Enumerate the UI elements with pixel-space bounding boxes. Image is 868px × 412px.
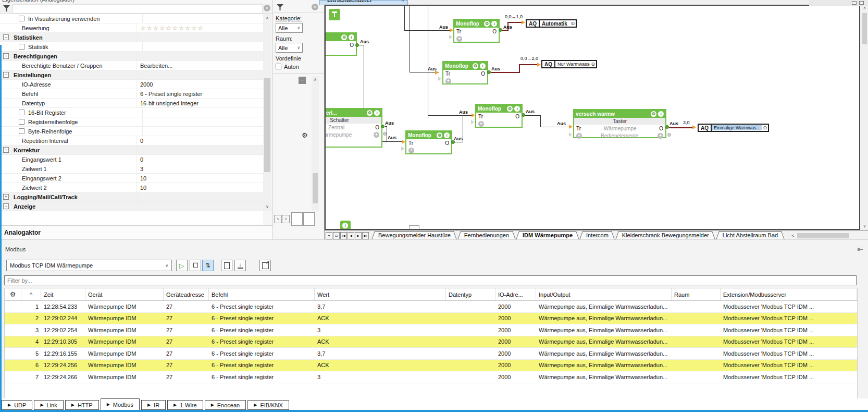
- property-row[interactable]: − Statistiken: [0, 33, 263, 42]
- input-connector[interactable]: [402, 140, 405, 144]
- info-icon[interactable]: i: [491, 21, 497, 27]
- plus-icon[interactable]: +: [658, 133, 663, 139]
- property-value[interactable]: 0: [137, 136, 263, 145]
- gear-icon[interactable]: ⚙: [302, 131, 308, 139]
- aq-output-nur-warmwasser[interactable]: AQ Nur Warmwasser ⊙: [541, 60, 597, 68]
- clear-filter-icon[interactable]: ×: [264, 5, 270, 11]
- dock-pin-icon[interactable]: [858, 247, 864, 252]
- column-header-extension[interactable]: Extension/Modbusserver: [721, 288, 857, 300]
- gear-icon[interactable]: ⚙: [473, 63, 478, 69]
- aq-circle-icon[interactable]: ⊙: [569, 21, 576, 26]
- property-row[interactable]: − Korrektur: [0, 146, 263, 155]
- property-value[interactable]: 10: [137, 183, 263, 192]
- copy-button[interactable]: [221, 260, 232, 271]
- scroll-down-icon[interactable]: ∨: [861, 223, 868, 230]
- plus-icon[interactable]: +: [576, 133, 582, 139]
- property-value[interactable]: ☆☆☆☆☆☆☆☆☆☆: [137, 23, 263, 32]
- gear-icon[interactable]: ⚙: [5, 288, 21, 300]
- output-dot[interactable]: [381, 125, 385, 128]
- property-row[interactable]: Zielwert 2 10: [0, 183, 263, 192]
- property-value[interactable]: 3: [137, 164, 263, 173]
- row-number-header[interactable]: ^: [21, 288, 41, 300]
- protocol-tab[interactable]: ▶ Link: [34, 400, 63, 410]
- page-tab[interactable]: Fernbedienungen: [457, 231, 516, 240]
- property-checkbox[interactable]: [19, 16, 24, 21]
- protocol-tab[interactable]: ▶ UDP: [2, 400, 32, 410]
- property-row[interactable]: − Anzeige: [0, 202, 263, 211]
- auto-checkbox[interactable]: [276, 64, 281, 69]
- info-icon[interactable]: i: [374, 110, 380, 116]
- column-header-input-output[interactable]: Input/Output: [536, 288, 672, 300]
- raum-select[interactable]: Alle ∨: [276, 43, 303, 53]
- table-row[interactable]: 7 12:29:24.266 Wärmepumpe IDM 27 6 - Pre…: [5, 371, 857, 383]
- info-icon[interactable]: i: [349, 34, 354, 40]
- aq-output-einmalige-warmwasserladung[interactable]: AQ Einmalige Warmwas... ⊙: [698, 124, 769, 132]
- scrollbar-thumb[interactable]: [797, 233, 849, 238]
- protocol-tab[interactable]: ▶ Modbus: [101, 398, 140, 410]
- property-checkbox[interactable]: [19, 119, 24, 125]
- table-row[interactable]: 1 12:28:54.233 Wärmepumpe IDM 27 6 - Pre…: [5, 301, 857, 313]
- tab-nav-button[interactable]: ▶: [355, 232, 362, 239]
- info-icon[interactable]: i: [444, 132, 450, 138]
- aq-output-automatik[interactable]: AQ Automatik ⊙: [526, 19, 577, 28]
- property-value[interactable]: [142, 117, 263, 126]
- grey-output-dot[interactable]: [667, 133, 671, 137]
- plus-icon[interactable]: +: [374, 132, 379, 138]
- save-log-button[interactable]: ↓: [234, 260, 246, 271]
- property-row[interactable]: Datentyp 16-bit unsigned integer: [0, 99, 263, 108]
- properties-scrollbar[interactable]: ∧ ∨: [263, 14, 271, 211]
- property-checkbox[interactable]: [19, 128, 24, 134]
- log-filter-input[interactable]: [4, 275, 857, 285]
- property-value[interactable]: 16-bit unsigned integer: [137, 99, 263, 107]
- gear-icon[interactable]: ⚙: [367, 110, 373, 116]
- plus-icon[interactable]: +: [478, 121, 484, 127]
- scroll-left-icon[interactable]: <: [274, 215, 282, 223]
- start-monitor-button[interactable]: ▷: [176, 260, 188, 271]
- output-dot[interactable]: [499, 28, 502, 32]
- protocol-tab[interactable]: ▶ 1-Wire: [167, 400, 203, 410]
- column-header-datentyp[interactable]: Datentyp: [446, 288, 495, 300]
- plus-icon[interactable]: +: [456, 36, 462, 42]
- protocol-tab[interactable]: ▶ Enocean: [205, 400, 246, 410]
- expander-icon[interactable]: −: [3, 53, 9, 59]
- versuch-warmw-block[interactable]: versuch warmw⚙i Taster TrWärmepumpeO +Be…: [573, 109, 666, 138]
- info-icon[interactable]: i: [514, 106, 520, 112]
- expander-icon[interactable]: −: [3, 147, 9, 153]
- property-value[interactable]: Bearbeiten...: [137, 61, 263, 70]
- input-connector[interactable]: [522, 20, 525, 25]
- plus-icon[interactable]: +: [408, 148, 414, 153]
- property-row[interactable]: Registerreihenfolge: [0, 117, 263, 127]
- properties-filter-input[interactable]: [13, 4, 263, 14]
- aq-circle-icon[interactable]: ⊙: [762, 125, 768, 130]
- clear-filter-icon[interactable]: ×: [312, 4, 318, 10]
- property-row[interactable]: − Einstellungen: [0, 70, 263, 80]
- scrollbar-thumb[interactable]: [862, 13, 867, 44]
- expander-icon[interactable]: −: [3, 203, 9, 209]
- scroll-up-icon[interactable]: ∧: [312, 76, 319, 83]
- monoflop-block[interactable]: Monoflop⚙i TrO +: [405, 130, 452, 154]
- property-value[interactable]: [142, 14, 263, 23]
- property-row[interactable]: Statistik: [0, 42, 263, 52]
- property-row[interactable]: − Berechtigungen: [0, 52, 263, 61]
- property-row[interactable]: + Logging/Mail/Call/Track: [0, 192, 263, 202]
- kategorie-select[interactable]: Alle ∨: [276, 23, 303, 33]
- table-row[interactable]: 2 12:29:02.244 Wärmepumpe IDM 27 6 - Pre…: [5, 313, 857, 325]
- monoflop-block[interactable]: Monoflop⚙i TrO +: [475, 104, 523, 128]
- property-row[interactable]: Befehl 6 - Preset single register: [0, 89, 263, 99]
- grey-output-dot[interactable]: [383, 132, 387, 136]
- property-value[interactable]: [137, 70, 263, 79]
- gear-icon[interactable]: ⚙: [507, 106, 513, 112]
- property-row[interactable]: In Visualisierung verwenden: [0, 14, 263, 23]
- column-header-raum[interactable]: Raum: [672, 288, 721, 300]
- page-tab[interactable]: Licht Abstellraum Bad: [716, 231, 785, 240]
- property-value[interactable]: 10: [137, 174, 263, 183]
- property-value[interactable]: [137, 202, 263, 211]
- input-connector[interactable]: [537, 63, 541, 67]
- property-value[interactable]: [137, 52, 263, 60]
- property-row[interactable]: Berechtigte Benutzer / Gruppen Bearbeite…: [0, 61, 263, 70]
- column-header-befehl[interactable]: Befehl: [209, 288, 315, 300]
- property-value[interactable]: 2000: [137, 80, 263, 89]
- property-row[interactable]: IO-Adresse 2000: [0, 80, 263, 89]
- gear-icon[interactable]: ⚙: [341, 34, 347, 40]
- modbus-device-dropdown[interactable]: Modbus TCP IDM Wärmepumpe ∨: [6, 260, 172, 271]
